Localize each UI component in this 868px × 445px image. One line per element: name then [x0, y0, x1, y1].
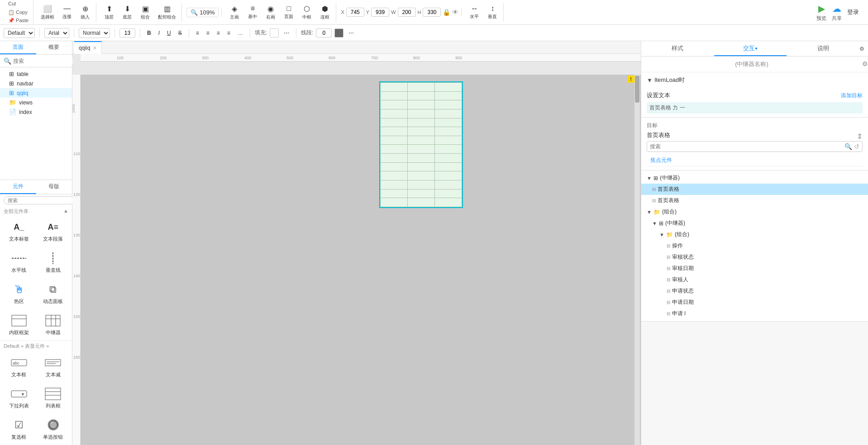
- justify-button[interactable]: ≡: [225, 29, 233, 37]
- vertical-button[interactable]: ↕ 垂直: [484, 3, 501, 22]
- tree-item-apply-date[interactable]: ⊟ 申请日期: [641, 297, 868, 308]
- style-preset-select[interactable]: Default: [4, 28, 35, 38]
- zoom-control[interactable]: 🔍 109%: [186, 8, 219, 17]
- components-tab[interactable]: 元件: [0, 180, 36, 194]
- horizontal-button[interactable]: ↔ 水平: [466, 3, 482, 22]
- hv-group: ↔ 水平 ↕ 垂直: [463, 3, 504, 22]
- settings-tab-icon[interactable]: ⚙: [859, 41, 868, 56]
- canvas-tab-qqiiq[interactable]: qqiiq ×: [74, 41, 102, 54]
- page-tab[interactable]: 页面: [0, 41, 36, 54]
- component-text-reduce[interactable]: 文本减: [38, 353, 69, 381]
- canvas-tab-close[interactable]: ×: [93, 44, 96, 52]
- middle-frame-button[interactable]: ⬡ 中框: [299, 3, 315, 22]
- adjacent-group-button[interactable]: ▥ 配邻组合: [155, 3, 179, 22]
- file-index[interactable]: 📄 index: [0, 107, 72, 117]
- target-search-input[interactable]: [650, 143, 843, 150]
- line-value-input[interactable]: [316, 28, 332, 38]
- relay-settings-icon[interactable]: ⚙: [862, 60, 868, 67]
- tree-item-repeater-root[interactable]: ▼ ⊞ (中继器): [641, 172, 868, 184]
- target-reset-icon[interactable]: ↺: [854, 143, 859, 150]
- component-dropdown[interactable]: ▼ 下拉列表: [4, 384, 34, 412]
- w-input[interactable]: [398, 8, 416, 17]
- component-textbox[interactable]: abc 文本框: [4, 353, 34, 381]
- scroll-thumb[interactable]: [635, 76, 639, 103]
- align-center-button[interactable]: ≡: [204, 29, 212, 37]
- component-radio[interactable]: 🔘 单选按钮: [38, 416, 69, 443]
- copy-button[interactable]: 📋 Copy: [6, 8, 30, 17]
- style-tab[interactable]: 样式: [641, 41, 714, 56]
- component-listbox[interactable]: 列表框: [38, 384, 69, 412]
- strikethrough-button[interactable]: S: [176, 29, 184, 37]
- component-grid: A_ 文本标签 A≡ 文本段落 水平线 垂直线: [0, 216, 72, 341]
- select-tool-button[interactable]: ⬜ 选择框: [38, 3, 57, 22]
- bottom-layer-button[interactable]: ⬇ 底层: [119, 3, 135, 22]
- tree-item-action[interactable]: ⊟ 操作: [641, 240, 868, 251]
- focus-element-button[interactable]: 焦点元件: [647, 155, 863, 166]
- italic-button[interactable]: I: [156, 29, 162, 37]
- more-align-button[interactable]: …: [235, 29, 245, 37]
- component-inline-frame[interactable]: 内联框架: [4, 311, 34, 339]
- event-header[interactable]: ▼ ItemLoad时: [641, 72, 868, 88]
- center-button[interactable]: ≡ 基中: [244, 3, 261, 22]
- fill-color-box[interactable]: [270, 28, 279, 38]
- tree-item-repeater-1[interactable]: ▼ ⊞ (中继器): [641, 218, 868, 229]
- share-button[interactable]: ☁ 共享: [832, 3, 842, 22]
- interaction-tab[interactable]: 交互 ●: [714, 41, 787, 56]
- insert-button[interactable]: ⊕ 插入: [77, 3, 93, 22]
- underline-button[interactable]: U: [165, 29, 173, 37]
- component-repeater[interactable]: 中继器: [38, 311, 69, 339]
- font-size-input[interactable]: [119, 28, 135, 38]
- section-collapse-icon[interactable]: ▲: [63, 208, 68, 213]
- h-input[interactable]: [423, 8, 441, 17]
- login-button[interactable]: 登录: [847, 8, 859, 16]
- tree-item-audit-date[interactable]: ⊟ 审核日期: [641, 263, 868, 274]
- tree-item-homepage-table-1[interactable]: ⊟ 首页表格: [641, 184, 868, 195]
- page-search-input[interactable]: [13, 58, 81, 64]
- templates-tab[interactable]: 母版: [36, 180, 72, 194]
- component-checkbox[interactable]: ☑ 复选框: [4, 416, 34, 443]
- align-right-button[interactable]: ≡: [215, 29, 222, 37]
- line-more-button[interactable]: ⋯: [346, 29, 356, 37]
- top-layer-button[interactable]: ⬆ 顶层: [101, 3, 117, 22]
- tree-item-homepage-table-2[interactable]: ⊟ 首页表格: [641, 195, 868, 206]
- font-select[interactable]: Arial: [44, 28, 69, 38]
- tree-item-group-2[interactable]: ▼ 📁 (组合): [641, 229, 868, 240]
- component-dynamic-panel[interactable]: ⧉ 动态面板: [38, 280, 69, 308]
- component-search-input[interactable]: [4, 196, 74, 204]
- paste-button[interactable]: 📌 Paste: [6, 16, 30, 25]
- tree-item-auditor[interactable]: ⊟ 审核人: [641, 274, 868, 285]
- right-canvas-button[interactable]: ◉ 右画: [262, 3, 279, 22]
- component-horizontal-line[interactable]: 水平线: [4, 249, 34, 276]
- component-hotzone[interactable]: 🖱 热区: [4, 280, 34, 308]
- group-button[interactable]: ▣ 组合: [137, 3, 153, 22]
- main-canvas-button[interactable]: ◈ 主画: [226, 3, 243, 22]
- notes-tab[interactable]: 说明: [787, 41, 859, 56]
- file-navbar[interactable]: ⊞ navbar: [0, 79, 72, 88]
- file-table[interactable]: ⊞ table: [0, 69, 72, 79]
- file-views[interactable]: 📁 views: [0, 98, 72, 107]
- add-tag-button[interactable]: 添加目标: [841, 92, 863, 99]
- fill-more-button[interactable]: ⋯: [281, 29, 291, 37]
- file-qqiiq[interactable]: ⊞ qqiiq: [0, 88, 72, 98]
- component-text-paragraph[interactable]: A≡ 文本段落: [38, 218, 69, 245]
- cut-button[interactable]: Cut: [6, 0, 30, 8]
- tree-item-audit-status[interactable]: ⊟ 审核状态: [641, 251, 868, 263]
- tree-item-apply-status[interactable]: ⊟ 申请状态: [641, 285, 868, 297]
- page-button[interactable]: □ 页面: [281, 3, 297, 22]
- line-color-button[interactable]: [334, 28, 343, 38]
- tree-item-group-root[interactable]: ▼ 📁 (组合): [641, 206, 868, 218]
- text-style-select[interactable]: Normal: [79, 28, 110, 38]
- x-input[interactable]: [346, 8, 364, 17]
- canvas-table-widget[interactable]: [379, 81, 463, 208]
- y-input[interactable]: [371, 8, 389, 17]
- bold-button[interactable]: B: [145, 29, 153, 37]
- tree-item-apply-l[interactable]: ⊟ 申请 l: [641, 308, 868, 319]
- component-text-label[interactable]: A_ 文本标签: [4, 218, 34, 245]
- right-canvas-label: 右画: [266, 14, 275, 20]
- connect-button[interactable]: — 连接: [59, 3, 75, 22]
- align-left-button[interactable]: ≡: [194, 29, 201, 37]
- overview-tab[interactable]: 概要: [36, 41, 72, 54]
- component-vertical-line[interactable]: 垂直线: [38, 249, 69, 276]
- link-frame-button[interactable]: ⬢ 连框: [317, 3, 333, 22]
- preview-button[interactable]: ▶ 预览: [816, 3, 826, 22]
